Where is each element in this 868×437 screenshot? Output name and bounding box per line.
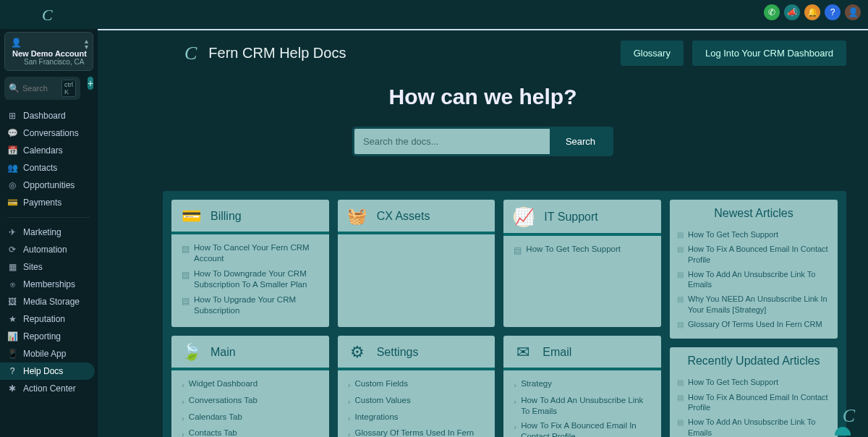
sidebar-item-label: Opportunities [23,180,75,190]
article-link[interactable]: ▤How To Fix A Bounced Email In Contact P… [677,242,830,267]
brand-logo[interactable]: C [42,6,53,25]
bullet-icon: › [348,413,351,424]
sidebar-item-label: Sites [23,262,43,272]
category-header[interactable]: 🍃Main [171,336,329,370]
side-box: Newest Articles▤How To Get Tech Support▤… [670,200,838,339]
sidebar-item-mobile-app[interactable]: 📱Mobile App [0,345,98,362]
category-header[interactable]: ✉Email [503,336,661,370]
sidebar-item-reputation[interactable]: ★Reputation [0,310,98,328]
category-header[interactable]: 📈IT Support [503,200,661,236]
bell-icon[interactable]: 🔔 [804,4,820,20]
article-link[interactable]: ›Integrations [348,410,485,426]
article-link[interactable]: ›Contacts Tab [182,425,319,437]
sidebar-item-calendars[interactable]: 📅Calendars [0,142,98,159]
category-header[interactable]: 💳Billing [171,200,329,234]
category-header[interactable]: ⚙Settings [338,336,495,370]
category-title: Billing [210,210,242,223]
category-cx-assets: 🧺CX Assets [338,200,495,327]
sidebar-item-opportunities[interactable]: ◎Opportunities [0,177,98,194]
sidebar-item-conversations[interactable]: 💬Conversations [0,124,98,142]
article-link[interactable]: ›Calendars Tab [182,410,319,426]
category-title: Settings [377,346,419,359]
sidebar-item-automation[interactable]: ⟳Automation [0,241,98,258]
article-link[interactable]: ▤How To Upgrade Your CRM Subscription [182,292,319,318]
float-logo[interactable]: C [843,405,855,427]
sidebar-item-help-docs[interactable]: ?Help Docs [0,362,95,380]
sidebar-item-action-center[interactable]: ✱Action Center [0,380,98,397]
avatar-icon[interactable]: 👤 [845,4,861,20]
article-link[interactable]: ›How To Fix A Bounced Email In Contact P… [514,418,651,437]
account-switcher[interactable]: 👤 New Demo Account San Francisco, CA ▴▾ [4,32,93,71]
bullet-icon: › [514,396,516,407]
opportunities-icon: ◎ [7,180,17,190]
article-link[interactable]: ▤Why You NEED An Unsubscribe Link In You… [677,292,830,317]
sidebar-item-label: Payments [23,198,61,208]
side-box-title: Recently Updated Articles [670,347,838,372]
account-title: New Demo Account [12,49,87,58]
action-center-icon: ✱ [7,383,17,394]
article-link[interactable]: ›How To Add An Unsubscribe Link To Email… [514,393,651,419]
article-link[interactable]: ›Custom Values [348,393,485,410]
docs-search-button[interactable]: Search [550,129,611,154]
category-main: 🍃Main›Widget Dashboard›Conversations Tab… [171,336,329,437]
sidebar-item-payments[interactable]: 💳Payments [0,194,98,211]
sidebar-item-label: Automation [23,245,67,255]
login-dashboard-button[interactable]: Log Into Your CRM Dashboard [692,41,846,66]
article-link[interactable]: ›Glossary Of Terms Used In Fern CRM [348,425,485,437]
article-link[interactable]: ▤Glossary Of Terms Used In Fern CRM [677,317,830,331]
article-title: Integrations [355,412,399,423]
sites-icon: ▦ [7,262,17,272]
category-title: Email [542,346,571,359]
sidebar-item-reporting[interactable]: 📊Reporting [0,328,98,345]
bullet-icon: › [348,380,351,391]
sidebar-item-memberships[interactable]: ⍟Memberships [0,276,98,293]
horn-icon[interactable]: 📣 [784,4,800,20]
article-link[interactable]: ›Strategy [514,376,651,393]
article-link[interactable]: ▤How To Get Tech Support [677,227,830,242]
article-title: How To Add An Unsubscribe Link To Emails [688,269,830,290]
article-link[interactable]: ›Conversations Tab [182,393,319,410]
sidebar-item-marketing[interactable]: ✈Marketing [0,224,98,241]
glossary-button[interactable]: Glossary [621,41,684,66]
article-link[interactable]: ▤How To Downgrade Your CRM Subscription … [182,266,319,292]
sidebar-search[interactable]: 🔍 ctrl K [4,77,80,100]
memberships-icon: ⍟ [7,279,17,289]
bullet-icon: › [182,429,184,437]
sidebar-item-label: Conversations [23,128,79,138]
doc-icon: ▤ [677,230,684,239]
sidebar-item-sites[interactable]: ▦Sites [0,258,98,276]
sidebar-item-media-storage[interactable]: 🖼Media Storage [0,293,98,310]
article-link[interactable]: ›Custom Fields [348,376,485,393]
sidebar-item-dashboard[interactable]: ⊞Dashboard [0,107,98,124]
article-title: Custom Fields [355,378,409,389]
article-link[interactable]: ▤How To Cancel Your Fern CRM Account [182,240,319,266]
article-link[interactable]: ▤How To Get Tech Support [514,242,651,258]
sidebar-item-contacts[interactable]: 👥Contacts [0,159,98,177]
category-icon: 💳 [182,207,200,226]
phone-icon[interactable]: ✆ [764,4,780,20]
article-link[interactable]: ▤How To Fix A Bounced Email In Contact P… [677,390,830,415]
article-link[interactable]: ▤How To Add An Unsubscribe Link To Email… [677,415,830,437]
hero-title: How can we help? [98,85,868,109]
header-row: C Fern CRM Help Docs Glossary Log Into Y… [98,32,868,75]
article-link[interactable]: ▤How To Get Tech Support [677,375,830,389]
article-title: How To Fix A Bounced Email In Contact Pr… [688,244,830,265]
add-button[interactable]: + [88,77,93,90]
sidebar-item-label: Reputation [23,314,65,324]
docs-search-input[interactable] [354,129,550,154]
article-title: Widget Dashboard [189,378,258,389]
category-billing: 💳Billing▤How To Cancel Your Fern CRM Acc… [171,200,329,327]
category-header[interactable]: 🧺CX Assets [338,200,495,234]
sidebar-item-label: Calendars [23,145,63,156]
article-title: Glossary Of Terms Used In Fern CRM [688,319,822,329]
article-title: How To Fix A Bounced Email In Contact Pr… [688,392,830,413]
header-logo[interactable]: C [184,43,197,64]
article-link[interactable]: ▤How To Add An Unsubscribe Link To Email… [677,267,830,292]
nav-separator [7,217,90,218]
question-icon[interactable]: ? [825,4,841,20]
search-input[interactable] [22,84,59,93]
bullet-icon: › [348,396,351,407]
doc-icon: ▤ [677,417,684,437]
article-link[interactable]: ›Widget Dashboard [182,376,319,393]
side-box: Recently Updated Articles▤How To Get Tec… [670,347,838,437]
